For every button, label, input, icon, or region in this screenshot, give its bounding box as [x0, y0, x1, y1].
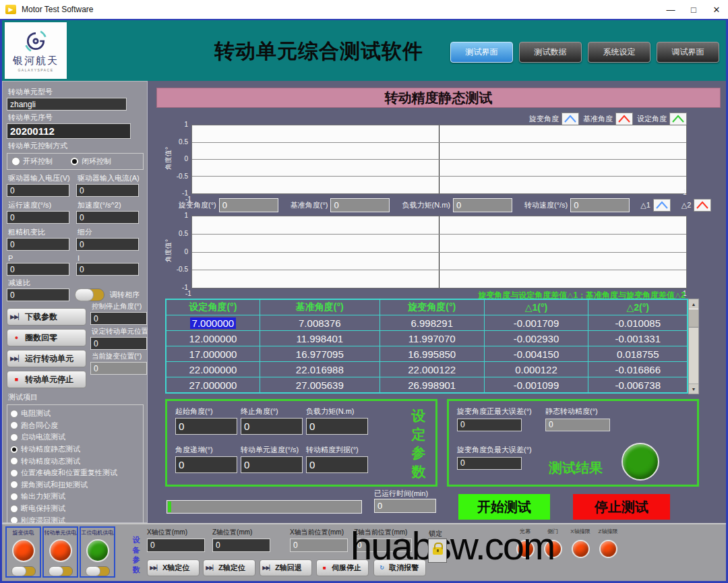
start-test-button[interactable]: 开始测试 [458, 494, 550, 520]
cell-ref-angle: 16.977095 [296, 348, 344, 360]
table-row[interactable]: 27.000000 27.005639 26.998901 -0.001099 … [166, 377, 688, 394]
app-frame: 银河航天 GALAXYSPACE 转动单元综合测试软件 测试界面 测试数据 系统… [0, 19, 728, 583]
field-input[interactable] [306, 456, 368, 473]
field-input[interactable] [453, 198, 512, 212]
power-toggle[interactable] [49, 566, 73, 576]
y-tick: 0 [184, 247, 188, 256]
power-toggle[interactable] [86, 566, 110, 576]
field-input[interactable] [7, 263, 69, 276]
field-input[interactable] [90, 337, 147, 350]
control-mode-radio[interactable]: 开环控制 [11, 156, 53, 166]
sidebar-action-button[interactable]: ▶▶▏ 下载参数 [7, 308, 86, 326]
legend-label: 基准角度 [583, 114, 613, 124]
column-header: 旋变角度(°) [380, 299, 484, 315]
axis-action-button[interactable]: ▶▶▏ X轴定位 [147, 559, 200, 576]
control-mode-radio[interactable]: 闭环控制 [70, 156, 111, 166]
close-button[interactable]: ✕ [705, 1, 728, 19]
nav-tab-button[interactable]: 测试数据 [519, 42, 582, 63]
field-label: P [8, 254, 69, 262]
field-label: 角度递增(°) [175, 445, 237, 455]
field-input[interactable] [457, 419, 522, 431]
field-input[interactable] [175, 456, 237, 473]
field-input[interactable] [457, 457, 522, 470]
legend-item: 设定角度 [637, 113, 687, 125]
field-input[interactable] [90, 362, 147, 375]
test-item-radio[interactable]: 转动精度静态测试 [10, 443, 142, 456]
progress-bar [166, 500, 362, 514]
scroll-thumb[interactable] [689, 309, 698, 328]
sidebar-action-button[interactable]: ▶▶▏ 运行转动单元 [7, 350, 86, 367]
nav-tab-button[interactable]: 调试界面 [657, 42, 719, 63]
serial-input[interactable] [7, 123, 131, 139]
cell-set-angle: 12.000000 [189, 333, 237, 344]
table-row[interactable]: 22.000000 22.016988 22.000122 0.000122 -… [166, 362, 688, 377]
table-header-row: 设定角度(°)基准角度(°)旋变角度(°)△1(°)△2(°) [166, 299, 688, 315]
field-input[interactable] [570, 198, 630, 212]
cell-delta1: -0.004150 [514, 348, 559, 360]
field-input[interactable] [330, 198, 390, 212]
test-item-radio[interactable]: 摆角测试和扭矩测试 [10, 479, 142, 491]
table-scrollbar[interactable]: ▲ ▼ [688, 299, 699, 394]
model-input[interactable] [7, 98, 127, 111]
field-input[interactable] [306, 418, 368, 435]
field-input[interactable] [241, 418, 303, 435]
field-input[interactable] [219, 198, 278, 212]
field-input[interactable] [76, 211, 139, 224]
cell-delta2: -0.010085 [615, 317, 661, 329]
table-row[interactable]: 17.000000 16.977095 16.995850 -0.004150 … [166, 346, 688, 362]
field-input[interactable] [545, 419, 610, 431]
field-input[interactable] [212, 539, 270, 552]
nav-tab-button[interactable]: 测试界面 [450, 42, 513, 63]
cell-set-angle: 27.000000 [189, 379, 237, 391]
scroll-down-icon[interactable]: ▼ [689, 383, 698, 394]
param-field: 起始角度(°) [175, 406, 237, 435]
field-label: X轴位置(mm) [147, 528, 205, 537]
power-toggle[interactable] [11, 566, 36, 576]
button-icon: ▶▶▏ [260, 565, 275, 571]
nav-tab-button[interactable]: 系统设定 [588, 42, 650, 63]
chart1-xmax: 1 [683, 189, 687, 196]
field-input[interactable] [7, 238, 69, 251]
table-row[interactable]: 7.000000 7.008376 6.998291 -0.001709 -0.… [166, 315, 688, 331]
field-input[interactable] [290, 539, 348, 552]
sidebar-action-button[interactable]: ■ 转动单元停止 [7, 371, 86, 388]
axis-action-button[interactable]: ▶▶▏ Z轴定位 [203, 559, 255, 576]
test-item-radio[interactable]: 跑合同心度 [10, 420, 142, 432]
stop-test-button[interactable]: 停止测试 [573, 494, 670, 520]
field-label: 加速度(°/s^2) [78, 200, 139, 210]
alarm-indicator: X轴撞限 [570, 528, 591, 558]
table-row[interactable]: 12.000000 11.998401 11.997070 -0.002930 … [166, 331, 688, 346]
minimize-button[interactable]: — [659, 1, 682, 19]
test-item-radio[interactable]: 断电保持测试 [10, 503, 142, 515]
field-input[interactable] [241, 456, 303, 473]
field-input[interactable] [7, 211, 69, 224]
axis-action-button[interactable]: ▶▶▏ Z轴回退 [260, 559, 312, 576]
button-icon: ▶▶▏ [7, 355, 25, 362]
sidebar-action-button[interactable]: ● 圈数回零 [7, 329, 86, 346]
test-item-radio[interactable]: 电阻测试 [10, 408, 142, 420]
field-input[interactable] [7, 184, 69, 197]
gear-ratio-label: 减速比 [8, 278, 144, 288]
cell-ref-angle: 27.005639 [296, 379, 344, 391]
maximize-button[interactable]: □ [682, 1, 705, 19]
cell-ref-angle: 7.008376 [299, 317, 341, 329]
chart1-plot-area [191, 125, 687, 194]
field-input[interactable] [175, 418, 237, 435]
field-input[interactable] [90, 312, 147, 325]
test-item-radio[interactable]: 位置准确度和位置重复性测试 [10, 467, 142, 479]
test-item-radio[interactable]: 输出力矩测试 [10, 491, 142, 503]
gear-ratio-input[interactable] [7, 288, 69, 301]
test-item-radio[interactable]: 启动电流测试 [10, 431, 142, 443]
scroll-up-icon[interactable]: ▲ [689, 299, 698, 309]
cell-resolver-angle: 22.000122 [408, 364, 456, 375]
field-input[interactable] [76, 238, 139, 251]
test-item-radio[interactable]: 转动精度动态测试 [10, 455, 142, 467]
field-label: 运行速度(°/s) [8, 200, 69, 210]
runtime-input[interactable] [374, 499, 436, 513]
delta1-line-icon [653, 199, 671, 212]
field-input[interactable] [147, 539, 205, 552]
field-row: 运行速度(°/s) 加速度(°/s^2) [7, 198, 144, 224]
field-input[interactable] [76, 184, 139, 197]
lock-indicator[interactable] [428, 539, 447, 563]
field-input[interactable] [76, 263, 139, 276]
